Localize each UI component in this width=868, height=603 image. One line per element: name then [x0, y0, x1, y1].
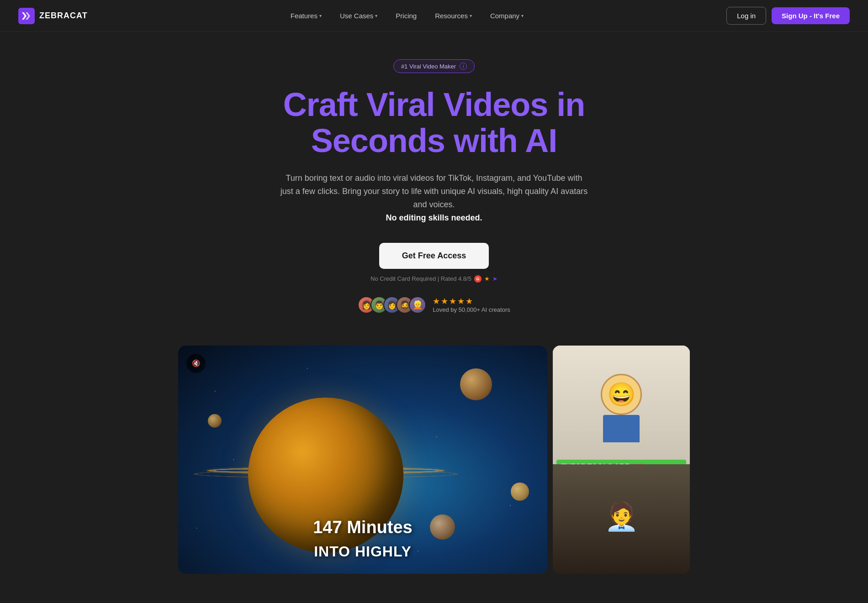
nav-company[interactable]: Company ▾ [483, 8, 531, 23]
avatar: 👱 [409, 296, 426, 314]
small-planet-1 [460, 368, 492, 400]
right-scene: 😄 THESE TOOLS ARE ✗✗ 🧑‍💼 [553, 346, 690, 574]
social-proof: 👩 👨 👩 🧔 👱 ★★★★★ Loved by 50,000+ AI crea… [358, 296, 510, 314]
proof-label: Loved by 50,000+ AI creators [433, 306, 510, 313]
badge-text: #1 Viral Video Maker [401, 63, 456, 70]
nav-resources[interactable]: Resources ▾ [428, 8, 479, 23]
video-section: 147 Minutes INTO HIGHLY 🔇 😄 THESE TOOLS [169, 346, 699, 574]
hero-section: #1 Viral Video Maker i Craft Viral Video… [0, 32, 868, 332]
video-right: 😄 THESE TOOLS ARE ✗✗ 🧑‍💼 [553, 346, 690, 574]
avatar-group: 👩 👨 👩 🧔 👱 [358, 296, 426, 314]
info-icon: i [460, 63, 467, 70]
login-button[interactable]: Log in [726, 7, 766, 25]
mute-icon: 🔇 [192, 359, 201, 367]
nav-use-cases[interactable]: Use Cases ▾ [333, 8, 385, 23]
person-emoji: 🧑‍💼 [604, 500, 639, 533]
features-chevron-icon: ▾ [319, 13, 322, 18]
trust-text: No Credit Card Required | Rated 4.8/5 G … [370, 275, 498, 283]
video-text-overlay: 147 Minutes [178, 518, 547, 537]
trust-label: No Credit Card Required | Rated 4.8/5 [370, 275, 471, 282]
company-chevron-icon: ▾ [521, 13, 524, 18]
logo-icon [18, 8, 35, 24]
logo-link[interactable]: ZEBRACAT [18, 8, 88, 24]
get-free-access-button[interactable]: Get Free Access [379, 243, 489, 269]
nav-features[interactable]: Features ▾ [283, 8, 329, 23]
google-icon: G [474, 275, 482, 283]
resources-chevron-icon: ▾ [470, 13, 472, 18]
trust-arrow-icon: ➤ [492, 275, 498, 282]
small-planet-4 [208, 414, 222, 428]
minutes-text: 147 Minutes [178, 518, 547, 537]
mute-button[interactable]: 🔇 [186, 354, 206, 373]
use-cases-chevron-icon: ▾ [375, 13, 377, 18]
small-planet-2 [511, 482, 529, 501]
nav-actions: Log in Sign Up - It's Free [726, 7, 850, 25]
trust-star-icon: ★ [484, 275, 490, 282]
cartoon-body [603, 415, 640, 442]
cartoon-area: 😄 [553, 346, 690, 471]
logo-text: ZEBRACAT [39, 11, 88, 21]
hero-headline: Craft Viral Videos in Seconds with AI [283, 87, 585, 159]
stars: ★★★★★ [433, 296, 474, 306]
planet-scene: 147 Minutes INTO HIGHLY [178, 346, 547, 574]
nav-links: Features ▾ Use Cases ▾ Pricing Resources… [283, 8, 531, 23]
video-text-bottom: INTO HIGHLY [178, 543, 547, 560]
cartoon-character: 😄 [601, 374, 642, 442]
headline-line1: Craft Viral Videos in [283, 86, 585, 123]
hero-bold: No editing skills needed. [386, 213, 482, 222]
signup-button[interactable]: Sign Up - It's Free [772, 7, 850, 24]
real-person-area: 🧑‍💼 [553, 464, 690, 574]
hero-subtext: Turn boring text or audio into viral vid… [279, 172, 589, 224]
cartoon-head: 😄 [601, 374, 642, 415]
hero-badge: #1 Viral Video Maker i [393, 59, 475, 73]
headline-line2: Seconds with AI [311, 122, 557, 159]
social-proof-text: ★★★★★ Loved by 50,000+ AI creators [433, 296, 510, 313]
navbar: ZEBRACAT Features ▾ Use Cases ▾ Pricing … [0, 0, 868, 32]
nav-pricing[interactable]: Pricing [388, 8, 424, 23]
video-left: 147 Minutes INTO HIGHLY 🔇 [178, 346, 547, 574]
